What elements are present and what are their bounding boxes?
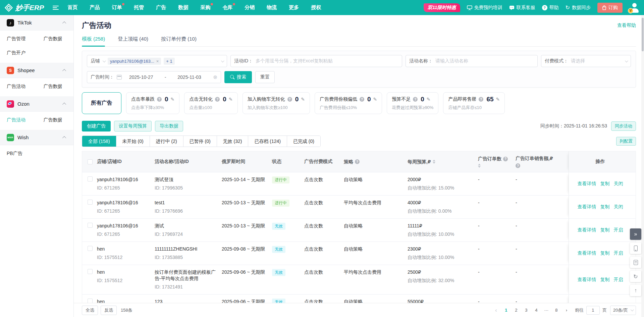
search-button[interactable]: 搜索 xyxy=(224,71,252,83)
nav-data[interactable]: 数据 xyxy=(178,4,188,11)
sync-campaign-button[interactable]: 同步活动 xyxy=(611,121,636,131)
nav-products[interactable]: 产品 xyxy=(90,4,100,11)
row-checkbox[interactable] xyxy=(88,200,93,205)
refresh-button[interactable]: ↻ xyxy=(630,271,641,282)
next-page-icon[interactable]: › xyxy=(562,306,571,315)
toggle-link[interactable]: 关闭 xyxy=(614,204,623,210)
nav-logistics[interactable]: 物流 xyxy=(267,4,277,11)
nav-orders[interactable]: 订单 xyxy=(112,4,122,11)
stat-card-low-stock[interactable]: 产品即将售罄?65✎ 店铺产品库存≤10 xyxy=(443,92,505,114)
set-weekly-budget-button[interactable]: 设置每周预算 xyxy=(114,121,152,131)
sidebar-item-wish-pb-ads[interactable]: PB广告 xyxy=(0,147,37,161)
tab-template[interactable]: 模板 (258) xyxy=(82,36,105,46)
view-help-link[interactable]: 查看帮助 xyxy=(617,22,636,29)
page-8[interactable]: 8 xyxy=(552,306,561,315)
status-tab-running[interactable]: 进行中 (2) xyxy=(150,136,183,147)
nav-hosting[interactable]: 托管 xyxy=(134,4,144,11)
status-tab-paused[interactable]: 已暂停 (0) xyxy=(183,136,217,147)
sidebar-item-ozon-ad-data[interactable]: 广告数据 xyxy=(37,113,74,127)
sidebar-item-tiktok-ad-account[interactable]: 广告开户 xyxy=(0,46,37,60)
page-number-input[interactable] xyxy=(586,306,600,315)
sidebar-section-ozon[interactable]: Ozon xyxy=(0,96,73,112)
help-link[interactable]: ? 帮助 xyxy=(542,5,559,11)
tag-close-icon[interactable]: × xyxy=(156,59,159,64)
stat-card-insufficient-budget[interactable]: 预算不足?0✎ 花费超过周预算≥90% xyxy=(387,92,438,114)
nav-distribution[interactable]: 分销 xyxy=(245,4,255,11)
toggle-link[interactable]: 关闭 xyxy=(614,181,623,187)
help-icon[interactable]: ? xyxy=(360,97,364,102)
app-logo[interactable]: 妙手ERP xyxy=(5,3,44,12)
date-start[interactable]: 2025-10-27 xyxy=(129,74,153,80)
nav-home[interactable]: 首页 xyxy=(67,4,77,11)
page-size-select[interactable]: 20条/页 xyxy=(610,306,636,315)
stat-card-cart-no-conversion[interactable]: 加入购物车无转化?0✎ 加入购物车次数≥100 xyxy=(243,92,310,114)
edit-icon[interactable]: ✎ xyxy=(171,97,175,102)
help-icon[interactable]: ? xyxy=(157,97,162,102)
view-details-link[interactable]: 查看详情 xyxy=(578,204,596,210)
help-icon[interactable]: ? xyxy=(287,97,292,102)
nav-purchase[interactable]: 采购 xyxy=(200,4,210,11)
contact-support-link[interactable]: 联系客服 xyxy=(509,5,535,11)
prev-page-icon[interactable]: ‹ xyxy=(492,306,500,315)
date-end[interactable]: 2025-11-03 xyxy=(177,74,201,80)
toggle-link[interactable]: 开启 xyxy=(614,250,623,256)
page-3[interactable]: 3 xyxy=(522,306,531,315)
page-ellipsis[interactable]: ··· xyxy=(542,306,551,315)
ad-date-range-picker[interactable]: 广告时间： 2025-10-27 - 2025-11-03 ⊗ xyxy=(87,71,221,83)
select-all-button[interactable]: 全选 xyxy=(82,306,98,315)
nav-warehouse[interactable]: 仓库 xyxy=(222,4,232,11)
tab-top-placement[interactable]: 登上顶端 (40) xyxy=(118,36,148,46)
page-4[interactable]: 4 xyxy=(532,306,541,315)
nav-ads[interactable]: 广告 xyxy=(156,4,166,11)
sidebar-item-tiktok-ad-manage[interactable]: 广告管理 xyxy=(0,32,37,46)
clear-date-icon[interactable]: ⊗ xyxy=(213,74,217,80)
stat-card-clicks-no-conversion[interactable]: 点击无转化?0✎ 点击量≥100 xyxy=(184,92,237,114)
campaign-id-input[interactable]: 活动ID： 多个用逗号分隔，支持Excel复制粘贴 xyxy=(230,55,402,67)
copy-link[interactable]: 复制 xyxy=(600,227,610,233)
create-ad-button[interactable]: 创建广告 xyxy=(82,121,111,131)
export-data-button[interactable]: 导出数据 xyxy=(155,121,183,131)
pay-mode-select[interactable]: 付费模式： 请选择 xyxy=(541,55,631,67)
view-details-link[interactable]: 查看详情 xyxy=(578,250,596,256)
sidebar-item-tiktok-ad-data[interactable]: 广告数据 xyxy=(37,32,74,46)
vertical-scrollbar-thumb[interactable] xyxy=(642,18,644,51)
status-tab-invalid[interactable]: 无效 (32) xyxy=(217,136,249,147)
reset-button[interactable]: 重置 xyxy=(255,71,275,83)
help-icon[interactable]: ? xyxy=(413,97,418,102)
view-details-link[interactable]: 查看详情 xyxy=(578,227,596,233)
all-ads-card[interactable]: 所有广告 xyxy=(82,92,121,114)
help-icon[interactable]: ? xyxy=(479,97,483,102)
data-sync-link[interactable]: ↻ 数据同步 xyxy=(566,5,591,11)
shop-select[interactable]: 店铺 yanpuh178106@163... × + 1 xyxy=(87,55,227,67)
status-tab-archived[interactable]: 已存档 (124) xyxy=(248,136,287,147)
help-icon[interactable]: ? xyxy=(516,163,520,168)
nav-more[interactable]: 更多 xyxy=(289,4,299,11)
column-config-button[interactable]: 列配置 xyxy=(616,137,636,146)
campaign-name-input[interactable]: 活动名称： 请输入活动名称 xyxy=(406,55,538,67)
sidebar-section-tiktok[interactable]: ♪ TikTok xyxy=(0,15,73,31)
copy-link[interactable]: 复制 xyxy=(600,277,610,283)
copy-link[interactable]: 复制 xyxy=(600,250,610,256)
row-checkbox[interactable] xyxy=(88,269,93,274)
free-training-link[interactable]: 免费预约培训 xyxy=(467,5,502,11)
stat-card-low-ad-share[interactable]: 广告费用份额偏低?0✎ 广告费用份额≤10% xyxy=(315,92,382,114)
toggle-link[interactable]: 开启 xyxy=(614,277,623,283)
page-2[interactable]: 2 xyxy=(512,306,521,315)
edit-icon[interactable]: ✎ xyxy=(373,97,377,102)
edit-icon[interactable]: ✎ xyxy=(301,97,305,102)
page-1[interactable]: 1 xyxy=(502,306,511,315)
tab-pay-per-order[interactable]: 按订单付费 (10) xyxy=(161,36,197,46)
status-tab-not-started[interactable]: 未开始 (0) xyxy=(116,136,150,147)
edit-icon[interactable]: ✎ xyxy=(496,97,500,102)
collapse-panel-button[interactable]: » xyxy=(630,228,641,240)
back-to-top-button[interactable]: ↑ xyxy=(630,285,641,296)
toggle-link[interactable]: 开启 xyxy=(614,227,623,233)
sort-icon[interactable] xyxy=(433,160,435,164)
help-icon[interactable]: ? xyxy=(215,97,220,102)
sort-icon[interactable] xyxy=(478,164,481,168)
sidebar-item-shopee-ad-campaign[interactable]: 广告活动 xyxy=(0,80,37,94)
select-all-checkbox[interactable] xyxy=(88,159,93,164)
sidebar-section-wish[interactable]: wish Wish xyxy=(0,130,73,145)
edit-icon[interactable]: ✎ xyxy=(229,97,233,102)
row-checkbox[interactable] xyxy=(88,246,93,251)
